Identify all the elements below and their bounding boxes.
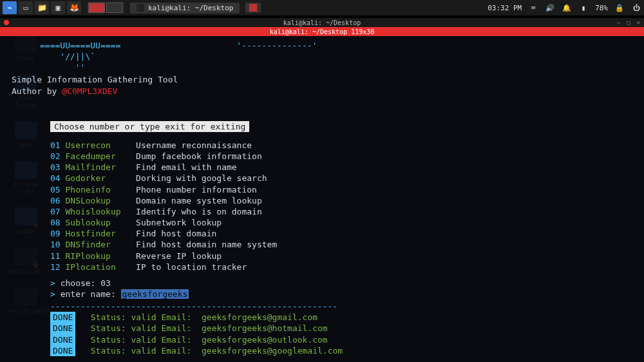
taskbar-right: 03:32 PM ⌨ 🔊 🔔 ▮ 78% 🔒 ⏻ bbox=[488, 3, 641, 13]
maximize-button[interactable]: ▢ bbox=[627, 19, 630, 26]
divider: ----------------------------------------… bbox=[50, 301, 632, 312]
terminal-body[interactable]: ====UU====UU==== '//||\` '' '-----------… bbox=[0, 36, 644, 362]
result-line: DONE Status: valid Email: geeksforgeeks@… bbox=[50, 334, 632, 345]
browser-icon[interactable]: 🦊 bbox=[67, 1, 81, 14]
ascii-art-line: '//||\` bbox=[12, 51, 120, 62]
power-icon[interactable]: ⏻ bbox=[631, 3, 641, 13]
keyboard-icon[interactable]: ⌨ bbox=[528, 3, 538, 13]
volume-icon[interactable]: 🔊 bbox=[545, 3, 555, 13]
terminal-window: kali@kali: ~/Desktop — ▢ ✕ kali@kali: ~/… bbox=[0, 18, 644, 362]
ascii-dashes: '--------------' bbox=[236, 40, 317, 73]
done-badge: DONE bbox=[50, 312, 75, 323]
close-button[interactable]: ✕ bbox=[637, 19, 640, 26]
desktop: TrashFile SystemHomeArticle Toolsnaabuka… bbox=[0, 15, 644, 362]
menu-item-hostfinder[interactable]: 09 Hostfinder Find host domain bbox=[50, 228, 632, 239]
menu-item-godorker[interactable]: 04 Godorker Dorking with google search bbox=[50, 173, 632, 184]
minimize-button[interactable]: — bbox=[617, 19, 620, 26]
terminal-title: kali@kali: ~/Desktop bbox=[283, 19, 361, 26]
entered-name: geeksforgeeks bbox=[121, 289, 189, 299]
done-badge: DONE bbox=[50, 323, 75, 334]
ascii-art-line: '' bbox=[12, 62, 120, 73]
workspace-1[interactable] bbox=[88, 3, 105, 13]
menu-item-dnsfinder[interactable]: 10 DNSfinder Find host domain name syste… bbox=[50, 239, 632, 250]
menu-item-sublookup[interactable]: 08 Sublookup Subnetwork lookup bbox=[50, 217, 632, 228]
app-window-icon bbox=[137, 4, 144, 12]
menu-list: 01 Userrecon Username reconnaissance02 F… bbox=[12, 140, 632, 272]
workspace-switcher[interactable] bbox=[87, 1, 124, 14]
taskbar-app-secondary[interactable] bbox=[245, 3, 261, 13]
results: DONE Status: valid Email: geeksforgeeks@… bbox=[50, 312, 632, 356]
battery-icon[interactable]: ▮ bbox=[578, 3, 589, 13]
author-handle: @C0MPL3XDEV bbox=[62, 86, 117, 96]
terminal-titlebar[interactable]: kali@kali: ~/Desktop — ▢ ✕ bbox=[0, 18, 644, 27]
result-line: DONE Status: valid Email: geeksforgeeks@… bbox=[50, 323, 632, 334]
menu-item-whoislookup[interactable]: 07 Whoislookup Identify who is on domain bbox=[50, 206, 632, 217]
workspace-2[interactable] bbox=[106, 3, 123, 13]
tool-author: Author by @C0MPL3XDEV bbox=[12, 86, 632, 97]
show-desktop-icon[interactable]: ▭ bbox=[19, 1, 33, 14]
result-line: DONE Status: valid Email: geeksforgeeks@… bbox=[50, 312, 632, 323]
terminal-icon[interactable]: ▣ bbox=[51, 1, 65, 14]
ascii-art-line: ====UU====UU==== bbox=[12, 40, 120, 51]
menu-item-userrecon[interactable]: 01 Userrecon Username reconnaissance bbox=[50, 140, 632, 151]
tool-title: Simple Information Gathering Tool bbox=[12, 74, 632, 85]
menu-header: Choose number or type exit for exiting bbox=[50, 121, 249, 132]
taskbar-app-terminal[interactable]: kali@kali: ~/Desktop bbox=[130, 3, 240, 14]
prompt-choose: > choose: 03 bbox=[50, 278, 632, 289]
lock-icon[interactable]: 🔒 bbox=[614, 3, 625, 13]
taskbar-left: ⌁ ▭ 📁 ▣ 🦊 kali@kali: ~/Desktop bbox=[3, 1, 261, 14]
kali-menu-icon[interactable]: ⌁ bbox=[3, 1, 17, 14]
terminal-subtitle: kali@kali: ~/Desktop 119x30 bbox=[0, 27, 644, 36]
menu-item-riplookup[interactable]: 11 RIPlookup Reverse IP lookup bbox=[50, 251, 632, 262]
taskbar: ⌁ ▭ 📁 ▣ 🦊 kali@kali: ~/Desktop 03:32 PM … bbox=[0, 0, 644, 15]
menu-item-iplocation[interactable]: 12 IPlocation IP to location tracker bbox=[50, 262, 632, 272]
app-window-icon bbox=[249, 4, 257, 12]
file-manager-icon[interactable]: 📁 bbox=[35, 1, 49, 14]
clock[interactable]: 03:32 PM bbox=[488, 4, 522, 12]
menu-item-phoneinfo[interactable]: 05 Phoneinfo Phone number information bbox=[50, 184, 632, 195]
prompt-enter-name: > enter name: geeksforgeeks bbox=[50, 289, 632, 300]
done-badge: DONE bbox=[50, 334, 75, 345]
taskbar-app-label: kali@kali: ~/Desktop bbox=[148, 4, 233, 12]
record-dot-icon bbox=[4, 20, 9, 25]
menu-item-dnslookup[interactable]: 06 DNSLookup Domain name system lookup bbox=[50, 195, 632, 206]
battery-percent: 78% bbox=[595, 4, 608, 12]
done-badge: DONE bbox=[50, 345, 75, 356]
notifications-icon[interactable]: 🔔 bbox=[562, 3, 572, 13]
result-line: DONE Status: valid Email: geeksforgeeks@… bbox=[50, 345, 632, 356]
window-controls: — ▢ ✕ bbox=[617, 19, 640, 26]
menu-item-mailfinder[interactable]: 03 Mailfinder Find email with name bbox=[50, 162, 632, 173]
menu-item-facedumper[interactable]: 02 Facedumper Dump facebook information bbox=[50, 151, 632, 162]
